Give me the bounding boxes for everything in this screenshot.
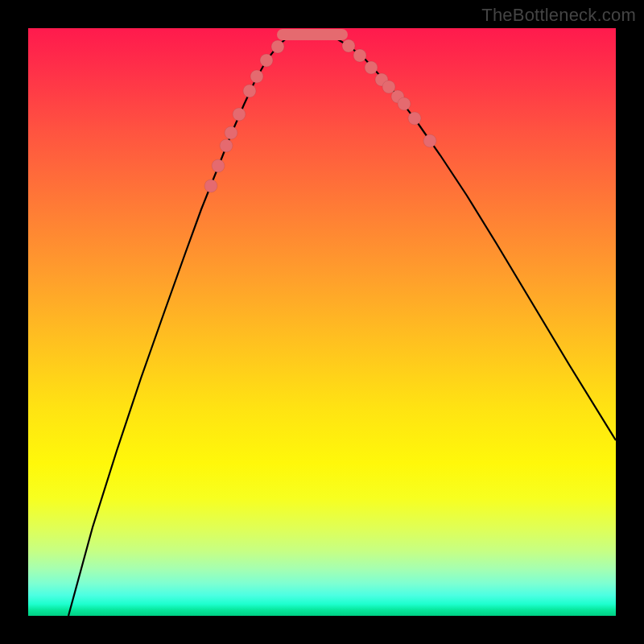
data-point: [225, 126, 237, 139]
data-point: [233, 108, 246, 121]
data-point: [365, 61, 378, 74]
data-point: [353, 49, 366, 62]
bottleneck-curve: [68, 31, 616, 616]
chart-svg: [28, 28, 616, 616]
data-point: [342, 39, 355, 52]
data-point: [243, 85, 256, 97]
data-point: [220, 139, 233, 152]
data-point: [260, 54, 273, 67]
data-point: [382, 80, 395, 93]
outer-frame: TheBottleneck.com: [0, 0, 644, 644]
data-point: [271, 40, 284, 53]
watermark-text: TheBottleneck.com: [481, 5, 636, 26]
left-dot-cluster: [204, 40, 284, 192]
data-point: [250, 70, 263, 83]
data-point: [212, 159, 225, 172]
data-point: [204, 180, 217, 192]
data-point: [398, 97, 411, 110]
data-point: [423, 134, 436, 147]
data-point: [408, 112, 421, 125]
right-dot-cluster: [342, 39, 436, 147]
plot-area: [28, 28, 616, 616]
